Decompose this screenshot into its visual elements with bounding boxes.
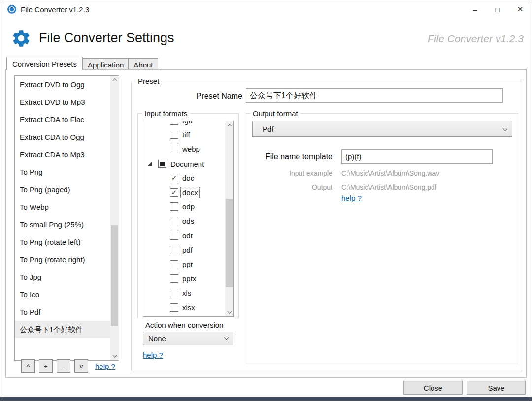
tab-application[interactable]: Application (83, 58, 129, 69)
preset-list-item[interactable]: Extract DVD to Ogg (15, 76, 110, 94)
save-button[interactable]: Save (467, 381, 526, 395)
move-up-button[interactable]: ^ (21, 359, 35, 373)
preset-name-label: Preset Name (171, 92, 242, 100)
format-item-pdf[interactable]: pdf (143, 243, 225, 257)
preset-list-item[interactable]: To Ico (15, 286, 110, 303)
preset-list-item[interactable]: To Pdf (15, 303, 110, 321)
indeterminate-square-icon (160, 162, 165, 166)
preset-list-item[interactable]: To Jpg (15, 268, 110, 286)
format-label: odp (182, 202, 195, 211)
checkbox-indeterminate-icon[interactable] (158, 160, 166, 168)
format-listbox: tgatiffwebpDocument✓doc✓docxodpodsodtpdf… (143, 121, 234, 317)
format-item-odp[interactable]: odp (143, 200, 225, 214)
file-name-template-help-link[interactable]: help ? (341, 194, 362, 202)
preset-list-item[interactable]: To Png (rotate left) (15, 234, 110, 251)
preset-list-items: Extract DVD to OggExtract DVD to Mp3Extr… (15, 76, 110, 360)
format-item-tiff[interactable]: tiff (143, 128, 225, 142)
preset-group: Preset Preset Name Input formats tgatiff… (131, 81, 522, 371)
app-window: File Converter v1.2.3 – □ ✕ File Convert… (0, 0, 532, 401)
tree-expander-icon[interactable] (148, 162, 152, 166)
tab-about[interactable]: About (129, 58, 158, 69)
app-icon (7, 4, 17, 14)
format-item-docx[interactable]: ✓docx (143, 185, 225, 200)
preset-list-item[interactable]: Extract CDA to Flac (15, 111, 110, 129)
preset-list-item[interactable]: Extract DVD to Mp3 (15, 94, 110, 111)
format-item-ods[interactable]: ods (143, 214, 225, 228)
format-label: tiff (182, 131, 190, 139)
checkbox-checked-icon[interactable]: ✓ (170, 174, 178, 182)
close-button[interactable]: ✕ (509, 0, 532, 18)
scrollbar-thumb[interactable] (111, 225, 118, 326)
preset-list-item[interactable]: 公众号下1个好软件 (15, 321, 110, 338)
format-item-xls[interactable]: xls (143, 286, 225, 300)
format-item-odt[interactable]: odt (143, 229, 225, 243)
add-preset-button[interactable]: + (39, 359, 53, 373)
action-dropdown[interactable]: None (143, 332, 233, 345)
checkbox-unchecked-icon[interactable] (170, 260, 178, 268)
checkbox-unchecked-icon[interactable] (170, 145, 178, 153)
page-title: File Converter Settings (39, 31, 174, 46)
move-down-button[interactable]: v (74, 359, 88, 373)
format-list-items: tgatiffwebpDocument✓doc✓docxodpodsodtpdf… (143, 121, 225, 316)
input-formats-label: Input formats (142, 109, 190, 118)
preset-list-item[interactable]: Extract CDA to Ogg (15, 129, 110, 146)
format-item-webp[interactable]: webp (143, 142, 225, 156)
checkbox-unchecked-icon[interactable] (170, 289, 178, 297)
checkbox-unchecked-icon[interactable] (170, 202, 178, 211)
chevron-down-icon (503, 126, 508, 131)
preset-list-item[interactable]: To Webp (15, 199, 110, 216)
format-item-Document[interactable]: Document (143, 157, 225, 171)
scroll-up-icon[interactable] (225, 121, 233, 129)
format-label: odt (182, 232, 193, 240)
format-label: docx (181, 188, 200, 197)
chevron-down-icon (224, 335, 229, 340)
preset-list-item[interactable]: Extract CDA to Mp3 (15, 146, 110, 164)
output-format-dropdown[interactable]: Pdf (252, 121, 512, 137)
scrollbar-thumb[interactable] (226, 199, 233, 287)
window-bottom-edge (0, 397, 532, 401)
format-item-doc[interactable]: ✓doc (143, 171, 225, 185)
preset-list-item[interactable]: To Png (rotate right) (15, 251, 110, 268)
tab-conversion-presets[interactable]: Conversion Presets (6, 57, 83, 70)
input-example-value: C:\Music\Artist\Album\Song.wav (341, 169, 439, 177)
format-label: Document (170, 160, 204, 168)
preset-group-label: Preset (135, 76, 162, 86)
checkbox-unchecked-icon[interactable] (170, 303, 178, 312)
presets-help-link[interactable]: help ? (95, 362, 115, 370)
checkbox-unchecked-icon[interactable] (170, 217, 178, 225)
format-label: webp (182, 145, 200, 153)
window-controls: – □ ✕ (464, 0, 532, 18)
format-label: xls (182, 289, 191, 297)
title-bar: File Converter v1.2.3 – □ ✕ (0, 0, 532, 18)
checkbox-unchecked-icon[interactable] (170, 131, 178, 139)
checkbox-unchecked-icon[interactable] (170, 121, 178, 125)
format-label: xlsx (182, 303, 195, 312)
preset-list-item[interactable]: To small Png (25%) (15, 216, 110, 234)
scroll-down-icon[interactable] (225, 308, 233, 316)
checkbox-unchecked-icon[interactable] (170, 274, 178, 283)
maximize-button[interactable]: □ (486, 0, 509, 18)
format-item-tga[interactable]: tga (143, 121, 225, 128)
checkbox-checked-icon[interactable]: ✓ (170, 188, 178, 197)
preset-list-item[interactable]: To Png (paged) (15, 181, 110, 199)
minimize-button[interactable]: – (464, 0, 486, 18)
format-item-pptx[interactable]: pptx (143, 271, 225, 286)
preset-list-item[interactable]: To Png (15, 164, 110, 181)
action-help-link[interactable]: help ? (143, 351, 163, 359)
preset-nav-buttons: ^ + - v help ? (21, 359, 115, 373)
format-list-scrollbar[interactable] (225, 121, 233, 316)
preset-name-input[interactable] (246, 88, 503, 103)
format-label: ods (182, 217, 194, 225)
preset-list-scrollbar[interactable] (110, 76, 119, 360)
format-item-ppt[interactable]: ppt (143, 257, 225, 271)
checkbox-unchecked-icon[interactable] (170, 246, 178, 254)
remove-preset-button[interactable]: - (57, 359, 70, 373)
checkbox-unchecked-icon[interactable] (170, 232, 178, 240)
close-dialog-button[interactable]: Close (403, 381, 463, 395)
window-title: File Converter v1.2.3 (21, 5, 89, 14)
file-name-template-input[interactable] (341, 149, 493, 164)
scroll-up-icon[interactable] (110, 76, 119, 84)
format-label: pdf (182, 246, 193, 254)
tab-bar: Conversion Presets Application About (6, 57, 158, 69)
format-item-xlsx[interactable]: xlsx (143, 300, 225, 314)
